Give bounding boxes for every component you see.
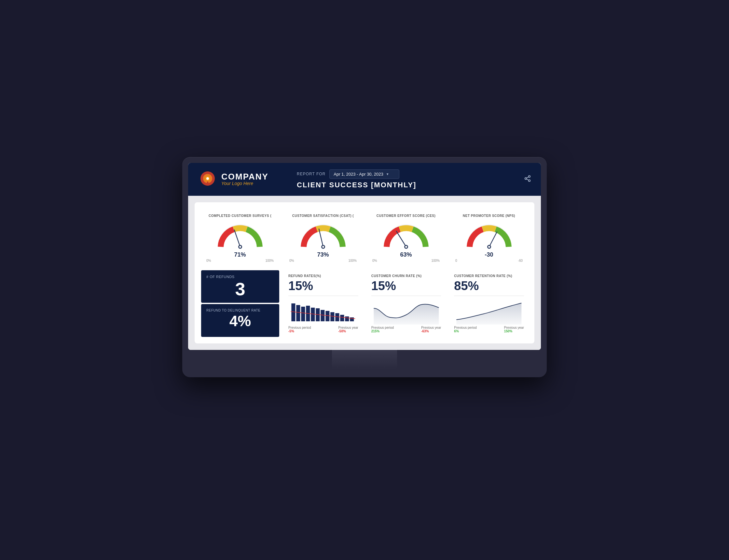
report-for-row: REPORT FOR Apr 1, 2023 - Apr 30, 2023 ▼ [297, 169, 516, 179]
gauge-title-ces: CUSTOMER EFFORT SCORE (CES) [371, 214, 441, 218]
churn-rate-title: CUSTOMER CHURN RATE (%) [371, 274, 441, 278]
bottom-row: # OF REFUNDS 3 REFUND TO DELINQUENT RATE… [201, 270, 528, 337]
refund-prev-period-label: Previous period [288, 326, 311, 329]
churn-prev-year-label: Previous year [421, 326, 441, 329]
retention-prev-period-label: Previous period [454, 326, 477, 329]
gauge-card-ces: CUSTOMER EFFORT SCORE (CES) [367, 209, 445, 265]
logo-tagline: Your Logo Here [221, 181, 268, 186]
churn-prev-period-label: Previous period [371, 326, 394, 329]
company-name: COMPANY [221, 172, 268, 181]
svg-rect-27 [320, 310, 324, 321]
svg-rect-22 [296, 305, 300, 321]
gauge-row: COMPLETED CUSTOMER SURVEYS ( [201, 209, 528, 265]
svg-point-5 [525, 178, 527, 180]
date-selector[interactable]: Apr 1, 2023 - Apr 30, 2023 ▼ [329, 169, 399, 179]
gauge-value-csat: 73% [288, 251, 358, 258]
svg-rect-32 [345, 316, 349, 321]
svg-line-12 [319, 229, 323, 247]
monitor-stand [332, 350, 397, 369]
gauge-value-surveys: 71% [205, 251, 275, 258]
gauge-card-surveys: COMPLETED CUSTOMER SURVEYS ( [201, 209, 279, 265]
churn-prev-year-val: -63% [421, 329, 429, 333]
date-range-text: Apr 1, 2023 - Apr 30, 2023 [333, 172, 384, 177]
gauge-card-nps: NET PROMOTER SCORE (NPS) [450, 209, 528, 265]
cards-container: COMPLETED CUSTOMER SURVEYS ( [195, 202, 534, 343]
refund-prev-period-val: -5% [288, 329, 294, 333]
gauge-title-surveys: COMPLETED CUSTOMER SURVEYS ( [205, 214, 275, 218]
dashboard-content: COMPLETED CUSTOMER SURVEYS ( [188, 196, 541, 350]
delinquent-label: REFUND TO DELINQUENT RATE [206, 309, 274, 312]
svg-point-11 [239, 246, 241, 248]
svg-line-15 [397, 231, 406, 247]
refunds-card: # OF REFUNDS 3 [201, 270, 279, 303]
gauge-card-csat: CUSTOMER SATISFACTION (CSAT) ( [284, 209, 362, 265]
gauge-title-nps: NET PROMOTER SCORE (NPS) [454, 214, 524, 218]
churn-rate-comparisons: Previous period 215% Previous year -63% [371, 326, 441, 333]
company-logo-icon [198, 169, 217, 189]
churn-prev-period-val: 215% [371, 329, 380, 333]
monitor-screen: COMPANY Your Logo Here REPORT FOR Apr 1,… [188, 163, 541, 350]
share-icon[interactable] [524, 175, 531, 184]
refund-rate-chart [288, 299, 358, 325]
svg-rect-31 [340, 315, 344, 321]
report-title: CLIENT SUCCESS [MONTHLY] [297, 181, 516, 189]
gauge-labels-csat: 0% 100% [288, 259, 358, 262]
gauge-wrapper-ces [380, 221, 432, 250]
gauge-wrapper-csat [297, 221, 349, 250]
svg-point-4 [529, 175, 531, 177]
svg-line-8 [527, 177, 529, 178]
svg-rect-28 [325, 311, 329, 321]
svg-point-6 [529, 180, 531, 181]
retention-rate-chart [454, 299, 524, 325]
retention-prev-year-val: 150% [504, 329, 513, 333]
header-center: REPORT FOR Apr 1, 2023 - Apr 30, 2023 ▼ … [290, 169, 516, 189]
gauge-wrapper-nps [463, 221, 515, 250]
gauge-title-csat: CUSTOMER SATISFACTION (CSAT) ( [288, 214, 358, 218]
churn-rate-card: CUSTOMER CHURN RATE (%) 15% [368, 270, 445, 337]
svg-rect-25 [311, 308, 315, 321]
gauge-labels-nps: 0 -60 [454, 259, 524, 262]
svg-rect-29 [330, 312, 334, 321]
refund-rate-card: REFUND RATES(%) 15% [284, 270, 362, 337]
gauge-value-ces: 63% [371, 251, 441, 258]
refunds-value: 3 [206, 280, 274, 298]
retention-rate-comparisons: Previous period 6% Previous year 150% [454, 326, 524, 333]
refund-rate-title: REFUND RATES(%) [288, 274, 358, 278]
churn-rate-chart [371, 299, 441, 325]
monitor-base [309, 369, 420, 377]
logo-text: COMPANY Your Logo Here [221, 172, 268, 186]
retention-prev-year-label: Previous year [504, 326, 524, 329]
refund-rate-comparisons: Previous period -5% Previous year -50% [288, 326, 358, 333]
chevron-down-icon: ▼ [386, 172, 389, 176]
svg-line-18 [489, 232, 497, 247]
svg-line-9 [234, 230, 240, 247]
refund-prev-year-val: -50% [338, 329, 346, 333]
left-col: # OF REFUNDS 3 REFUND TO DELINQUENT RATE… [201, 270, 279, 337]
svg-point-14 [322, 246, 324, 248]
delinquent-value: 4% [206, 313, 274, 328]
monitor-frame: COMPANY Your Logo Here REPORT FOR Apr 1,… [182, 157, 547, 377]
dashboard-header: COMPANY Your Logo Here REPORT FOR Apr 1,… [188, 163, 541, 196]
churn-rate-value: 15% [371, 279, 441, 293]
retention-rate-title: CUSTOMER RETENTION RATE (%) [454, 274, 524, 278]
retention-prev-period-val: 6% [454, 329, 459, 333]
refunds-label: # OF REFUNDS [206, 275, 274, 279]
delinquent-card: REFUND TO DELINQUENT RATE 4% [201, 304, 279, 337]
gauge-labels-ces: 0% 100% [371, 259, 441, 262]
svg-point-3 [206, 177, 209, 180]
gauge-value-nps: -30 [454, 251, 524, 258]
gauge-wrapper-surveys [214, 221, 266, 250]
retention-rate-card: CUSTOMER RETENTION RATE (%) 85% [450, 270, 528, 337]
svg-point-20 [488, 246, 490, 248]
report-for-label: REPORT FOR [297, 172, 325, 176]
refund-rate-value: 15% [288, 279, 358, 293]
logo-area: COMPANY Your Logo Here [198, 169, 282, 189]
svg-point-17 [405, 246, 407, 248]
refund-prev-year-label: Previous year [338, 326, 358, 329]
svg-line-7 [527, 179, 529, 180]
gauge-labels-surveys: 0% 100% [205, 259, 275, 262]
svg-rect-30 [335, 313, 339, 321]
svg-rect-21 [291, 303, 295, 321]
retention-rate-value: 85% [454, 279, 524, 293]
svg-rect-23 [301, 307, 305, 321]
